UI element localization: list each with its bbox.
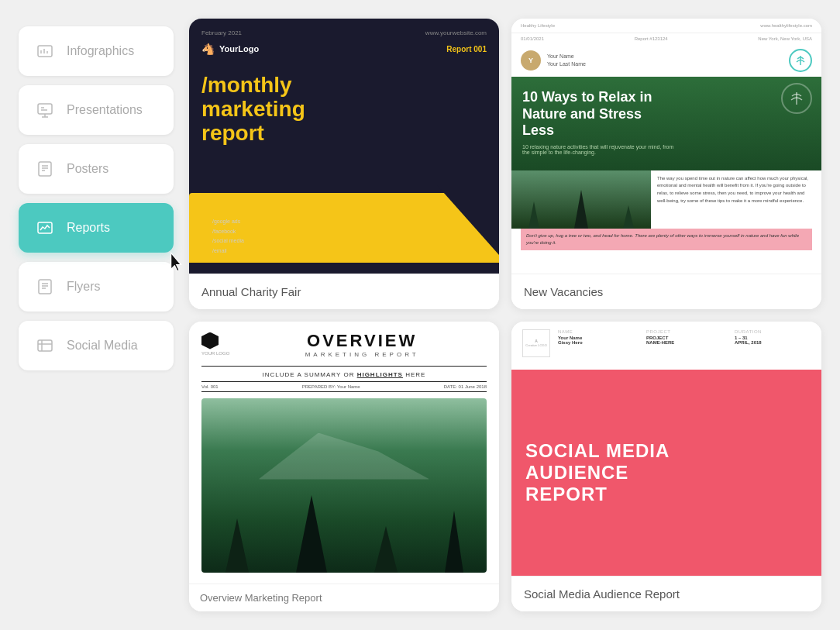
c2-report-id: Report #123124 (635, 36, 668, 41)
c1-date-row: February 2021 www.yourwebsite.com (201, 29, 487, 36)
c4-name-label: NAME (558, 329, 634, 334)
c4-project-label: PROJECT (646, 329, 722, 334)
c3-date: DATE: 01 June 2018 (444, 384, 487, 389)
c4-duration-value: 1 – 31APRIL, 2018 (735, 336, 811, 345)
reports-label: Reports (67, 221, 110, 235)
card-3-label: Overview Marketing Report (189, 584, 499, 611)
posters-label: Posters (67, 162, 108, 176)
c2-site-url: www.healthylifestyle.com (760, 23, 812, 28)
c2-user-name: Your Name (547, 53, 586, 60)
svg-rect-4 (38, 104, 52, 114)
card-social-media-report[interactable]: A Creative LOGO NAME Your NameGissy Hero… (511, 322, 821, 612)
c3-highlight: INCLUDE A SUMMARY OR HIGHLIGHTS HERE (201, 371, 487, 378)
c1-logo-text: YourLogo (219, 44, 259, 53)
sidebar-item-infographics[interactable]: Infographics (19, 26, 174, 76)
c4-name-value: Your NameGissy Hero (558, 336, 634, 345)
c3-prepared: PREPARED BY: Your Name (302, 384, 360, 389)
c2-quote-box: Don't give up, hug a tree or two, and he… (521, 229, 812, 250)
sidebar-item-flyers[interactable]: Flyers (19, 262, 174, 312)
c4-logo-box: A Creative LOGO (522, 329, 550, 357)
c3-vol: Vol. 001 (201, 384, 219, 389)
c4-big-text: SOCIAL MEDIA AUDIENCE REPORT (525, 440, 807, 504)
card-2-label: New Vacancies (511, 274, 821, 309)
card-new-vacancies[interactable]: Healthy Lifestyle www.healthylifestyle.c… (511, 19, 821, 309)
c1-report-num: Report 001 (446, 45, 487, 53)
flyers-label: Flyers (67, 280, 101, 294)
card-2-preview: Healthy Lifestyle www.healthylifestyle.c… (511, 19, 821, 274)
presentations-icon (34, 99, 56, 121)
c4-project-value: PROJECTNAME-HERE (646, 336, 722, 345)
card-overview-marketing[interactable]: YOUR LOGO OVERVIEW MARKETING REPORT INCL… (189, 322, 499, 612)
sidebar-item-posters[interactable]: Posters (19, 144, 174, 194)
card-4-preview: A Creative LOGO NAME Your NameGissy Hero… (511, 322, 821, 577)
card-1-label: Annual Charity Fair (189, 274, 499, 309)
card-3-preview: YOUR LOGO OVERVIEW MARKETING REPORT INCL… (189, 322, 499, 584)
svg-rect-14 (39, 280, 51, 294)
c3-your-logo: YOUR LOGO (201, 351, 229, 356)
c2-date: 01/01/2021 (521, 36, 544, 41)
card-1-preview: February 2021 www.yourwebsite.com 🐴 Your… (189, 19, 499, 274)
sidebar-item-reports[interactable]: Reports (19, 203, 174, 253)
c2-forest-image (511, 170, 651, 229)
card-4-label: Social Media Audience Report (511, 576, 821, 611)
c3-big-title: OVERVIEW (237, 332, 487, 349)
c1-channel-list: /google ads /facebook /social media /ema… (201, 211, 255, 262)
svg-rect-9 (39, 162, 51, 176)
posters-icon (34, 158, 56, 180)
c2-tree-icon (789, 49, 812, 72)
c2-user-last: Your Last Name (547, 60, 586, 68)
c1-date: February 2021 (201, 29, 242, 36)
template-grid: February 2021 www.yourwebsite.com 🐴 Your… (189, 19, 821, 611)
c1-website: www.yourwebsite.com (425, 29, 487, 36)
c3-forest-photo (201, 398, 487, 573)
svg-rect-18 (38, 340, 52, 351)
c2-body-text: The way you spend time out in nature can… (651, 170, 821, 229)
svg-rect-0 (38, 46, 52, 57)
c3-logo-area: YOUR LOGO (201, 332, 229, 356)
sidebar: Infographics Presentations (19, 19, 174, 611)
flyers-icon (34, 276, 56, 298)
infographics-label: Infographics (67, 44, 134, 58)
c4-pink-section: SOCIAL MEDIA AUDIENCE REPORT (511, 370, 821, 577)
c2-site-name: Healthy Lifestyle (521, 23, 555, 28)
sidebar-item-presentations[interactable]: Presentations (19, 85, 174, 135)
infographics-icon (34, 40, 56, 62)
c2-circle-deco (781, 83, 812, 114)
c2-main-title: 10 Ways to Relax in Nature and Stress Le… (522, 89, 662, 139)
c1-logo-icon: 🐴 (201, 43, 215, 55)
c2-location: New York, New York, USA (758, 36, 812, 41)
c4-duration-label: DURATION (735, 329, 811, 334)
c3-sub-title: MARKETING REPORT (237, 351, 487, 358)
c2-user-info: Your Name Your Last Name (547, 53, 586, 68)
c2-nature-subtitle: 10 relaxing nature activities that will … (522, 144, 677, 155)
sidebar-item-social-media[interactable]: Social Media (19, 321, 174, 370)
presentations-label: Presentations (67, 103, 143, 117)
c1-report-title: /monthly marketing report (201, 74, 487, 145)
c2-avatar: Y (521, 50, 541, 71)
reports-icon (34, 217, 56, 239)
social-media-icon (34, 335, 56, 356)
social-media-label: Social Media (67, 339, 138, 353)
card-annual-charity[interactable]: February 2021 www.yourwebsite.com 🐴 Your… (189, 19, 499, 309)
